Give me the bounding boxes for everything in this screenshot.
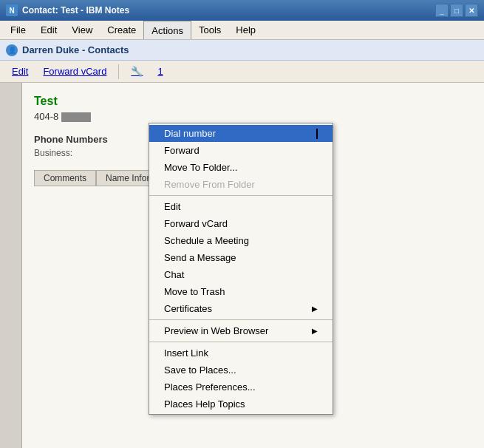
- menu-item-preview-web-browser[interactable]: Preview in Web Browser ▶: [149, 322, 333, 339]
- contact-icon: 👤: [6, 44, 18, 56]
- menu-file[interactable]: File: [3, 21, 33, 39]
- toolbar-forward-vcard-button[interactable]: Forward vCard: [37, 64, 112, 78]
- toolbar-separator: [118, 64, 119, 79]
- separator-1: [149, 195, 333, 196]
- menu-item-forward[interactable]: Forward: [149, 142, 333, 159]
- tab-comments[interactable]: Comments: [34, 170, 96, 186]
- menu-item-chat[interactable]: Chat: [149, 266, 333, 283]
- contact-header: 👤 Darren Duke - Contacts: [0, 40, 484, 61]
- sidebar: [0, 83, 22, 448]
- toolbar: Edit Forward vCard 🔧 1: [0, 61, 484, 83]
- phone-redacted: [61, 112, 91, 122]
- toolbar-extra-button[interactable]: 🔧: [125, 64, 149, 78]
- title-bar: N Contact: Test - IBM Notes _ □ ✕: [0, 0, 484, 21]
- toolbar-edit-button[interactable]: Edit: [6, 64, 34, 78]
- contact-header-label: Darren Duke - Contacts: [22, 44, 129, 55]
- menu-view[interactable]: View: [64, 21, 100, 39]
- menu-item-edit[interactable]: Edit: [149, 198, 333, 215]
- window-controls: _ □ ✕: [435, 4, 478, 17]
- menu-bar: File Edit View Create Actions Tools Help: [0, 21, 484, 40]
- app-icon: N: [6, 4, 18, 16]
- window-title: Contact: Test - IBM Notes: [22, 5, 435, 16]
- menu-actions[interactable]: Actions: [143, 21, 191, 39]
- contact-name: Test: [34, 95, 472, 108]
- toolbar-extra-button2[interactable]: 1: [151, 64, 168, 78]
- contact-phone: 404-8: [34, 111, 472, 122]
- maximize-button[interactable]: □: [450, 4, 463, 17]
- menu-item-move-to-folder[interactable]: Move To Folder...: [149, 159, 333, 176]
- separator-2: [149, 319, 333, 320]
- menu-item-dial-number[interactable]: Dial number: [149, 125, 333, 142]
- menu-item-insert-link[interactable]: Insert Link: [149, 345, 333, 362]
- menu-item-places-preferences[interactable]: Places Preferences...: [149, 379, 333, 396]
- menu-item-schedule-meeting[interactable]: Schedule a Meeting: [149, 232, 333, 249]
- main-content: Test 404-8 Phone Numbers Business: Comme…: [0, 83, 484, 448]
- menu-item-places-help-topics[interactable]: Places Help Topics: [149, 396, 333, 413]
- menu-item-certificates[interactable]: Certificates ▶: [149, 300, 333, 317]
- arrow-icon-2: ▶: [312, 327, 318, 335]
- menu-item-move-to-trash[interactable]: Move to Trash: [149, 283, 333, 300]
- menu-create[interactable]: Create: [100, 21, 143, 39]
- menu-item-save-to-places[interactable]: Save to Places...: [149, 362, 333, 379]
- menu-item-send-message[interactable]: Send a Message: [149, 249, 333, 266]
- menu-tools[interactable]: Tools: [191, 21, 228, 39]
- actions-dropdown-menu: Dial number Forward Move To Folder... Re…: [149, 123, 333, 415]
- cursor: [316, 129, 318, 139]
- close-button[interactable]: ✕: [465, 4, 478, 17]
- menu-item-forward-vcard[interactable]: Forward vCard: [149, 215, 333, 232]
- menu-item-remove-from-folder: Remove From Folder: [149, 176, 333, 193]
- menu-help[interactable]: Help: [228, 21, 263, 39]
- arrow-icon: ▶: [312, 305, 318, 313]
- menu-edit[interactable]: Edit: [33, 21, 64, 39]
- minimize-button[interactable]: _: [435, 4, 449, 17]
- separator-3: [149, 342, 333, 342]
